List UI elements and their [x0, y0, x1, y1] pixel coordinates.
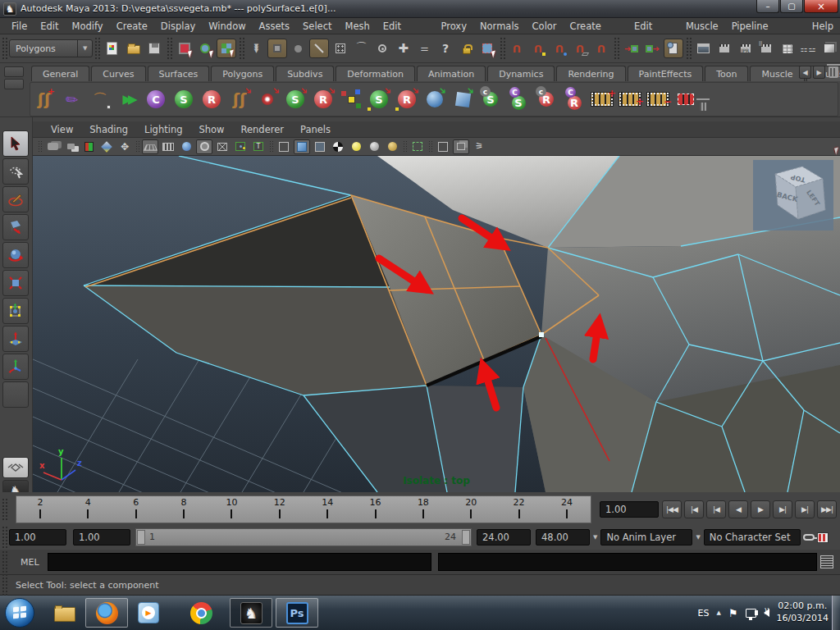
textured-mode-button[interactable] — [330, 139, 346, 154]
time-tick[interactable]: 18 — [411, 497, 436, 523]
time-tick[interactable]: 12 — [267, 497, 292, 523]
anim-layer-field[interactable]: No Anim Layer — [600, 529, 692, 546]
make-live-button[interactable]: U — [591, 39, 611, 58]
drag-handle[interactable] — [269, 140, 273, 153]
single-pane-layout-button[interactable] — [2, 457, 29, 478]
select-by-object-button[interactable] — [195, 39, 215, 58]
step-forward-frame-button[interactable]: ▶| — [795, 500, 815, 518]
lasso-tool-button[interactable] — [2, 158, 29, 185]
wireframe-on-shaded-button[interactable] — [312, 139, 328, 154]
panel-menu-item[interactable]: Lighting — [136, 124, 190, 135]
time-tick[interactable]: 24 — [555, 497, 579, 523]
menu-item[interactable]: Assets — [253, 18, 296, 34]
hypershade-button[interactable] — [819, 39, 839, 58]
highlight-selection-button[interactable] — [477, 39, 497, 58]
chevron-down-icon[interactable]: ▼ — [692, 534, 703, 541]
shelf-tab[interactable]: Subdivs — [276, 66, 334, 81]
playback-start-field[interactable]: 1.00 — [73, 529, 130, 546]
film-gate-button[interactable] — [160, 139, 176, 154]
shelf-tab[interactable]: Rendering — [556, 66, 625, 81]
script-editor-icon[interactable] — [820, 555, 833, 568]
time-tick[interactable]: 2 — [28, 497, 52, 523]
title-bar[interactable]: ♞ Autodesk Maya 2013: D:\vegeta\ssvegeta… — [0, 0, 840, 18]
select-faces-mask-button[interactable] — [331, 39, 350, 58]
character-set-field[interactable]: No Character Set — [704, 529, 801, 546]
panel-menu-item[interactable]: Panels — [292, 124, 339, 135]
maximize-button[interactable]: ▢ — [780, 0, 803, 13]
drag-handle[interactable] — [38, 140, 42, 153]
step-forward-key-button[interactable]: ▶| — [773, 500, 792, 518]
menu-item[interactable]: Muscle — [679, 18, 725, 34]
bookmarks-button[interactable] — [80, 139, 97, 154]
time-tick[interactable]: 20 — [459, 497, 483, 523]
last-tool-used-button[interactable] — [2, 381, 29, 408]
transplant-hair-sphere-button[interactable]: ➔ — [421, 84, 449, 114]
snap-to-plane-button[interactable]: U — [571, 39, 591, 58]
range-end-handle[interactable] — [462, 530, 470, 545]
create-hair-button[interactable]: ʃʃ+ — [30, 84, 58, 114]
safe-title-button[interactable]: T — [250, 139, 267, 154]
help-mode-button[interactable]: ? — [436, 39, 455, 58]
time-tick[interactable]: 22 — [507, 497, 532, 523]
animation-preferences-icon[interactable] — [817, 532, 829, 543]
all-lights-button[interactable] — [366, 139, 382, 154]
drag-handle[interactable] — [94, 37, 100, 60]
step-back-key-button[interactable]: |◀ — [706, 500, 726, 518]
gate-mask-button[interactable] — [196, 139, 212, 154]
language-indicator[interactable]: ES — [698, 608, 710, 619]
animation-start-field[interactable]: 1.00 — [9, 529, 66, 546]
shelf-tab[interactable]: Deformation — [336, 66, 415, 81]
hair-node-network-button[interactable] — [337, 84, 365, 114]
drag-handle[interactable] — [686, 37, 692, 60]
menu-item[interactable]: Edit — [34, 18, 65, 34]
close-button[interactable]: × — [804, 0, 838, 13]
time-slider[interactable]: 2 4 6 8 10 12 14 — [16, 495, 591, 523]
menu-item[interactable]: Color — [526, 18, 564, 34]
smooth-shade-mode-button[interactable] — [294, 139, 310, 154]
snap-mode-button[interactable]: = — [415, 39, 435, 58]
save-scene-button[interactable] — [144, 39, 164, 58]
menu-set-dropdown[interactable]: Polygons ▼ — [9, 39, 93, 57]
lock-selection-button[interactable] — [457, 39, 477, 58]
drag-handle[interactable] — [2, 37, 7, 60]
move-tool-button[interactable] — [2, 214, 29, 240]
show-desktop-button[interactable] — [832, 596, 840, 630]
render-settings-button[interactable] — [778, 39, 797, 58]
set-rest-position-button[interactable]: R➔ — [309, 84, 337, 114]
go-to-start-button[interactable]: |◀◀ — [662, 500, 682, 518]
shelf-tab-menu-button[interactable] — [4, 66, 24, 77]
speaker-icon[interactable] — [764, 609, 769, 617]
multi-pane-button[interactable] — [453, 139, 469, 154]
display-current-start-button[interactable]: CS — [504, 84, 532, 114]
share-nodes-button[interactable]: ⚞ — [471, 139, 487, 154]
paint-selection-tool-button[interactable] — [2, 186, 29, 212]
scale-tool-button[interactable] — [2, 270, 29, 296]
mel-input[interactable] — [48, 553, 431, 571]
animation-end-field[interactable]: 48.00 — [536, 529, 590, 546]
time-tick[interactable]: 6 — [124, 497, 148, 523]
select-by-hierarchy-button[interactable] — [175, 39, 194, 58]
panel-menu-item[interactable]: Show — [191, 124, 233, 135]
shelf-tab[interactable]: Polygons — [211, 66, 274, 81]
hair-rest-curves-button[interactable]: R — [198, 84, 226, 114]
shelf-tab[interactable]: Curves — [91, 66, 145, 81]
range-slider[interactable]: 1 24 — [135, 528, 472, 546]
delete-cache-button[interactable] — [672, 84, 700, 114]
time-tick[interactable]: 10 — [219, 497, 244, 523]
taskbar-photoshop-button[interactable]: Ps — [276, 598, 318, 628]
camera-attributes-button[interactable] — [62, 139, 79, 154]
taskbar-chrome-button[interactable] — [189, 600, 213, 625]
taskbar-maya-button[interactable]: ♞ — [230, 598, 272, 628]
drag-handle[interactable] — [403, 140, 407, 153]
select-curves-mask-button[interactable]: ⌒ — [352, 39, 372, 58]
taskbar-media-player-button[interactable]: ▶ — [136, 600, 161, 625]
menu-item[interactable]: Mesh — [339, 18, 377, 34]
soft-modification-tool-button[interactable] — [2, 326, 29, 352]
menu-item[interactable]: Display — [154, 18, 202, 34]
time-tick[interactable]: 4 — [75, 497, 100, 523]
drag-handle[interactable] — [614, 37, 619, 60]
drag-handle[interactable] — [167, 37, 172, 60]
drag-handle[interactable] — [428, 140, 432, 153]
shelf-tab[interactable]: Animation — [417, 66, 486, 81]
action-center-flag-icon[interactable]: ⚑ — [728, 607, 738, 619]
